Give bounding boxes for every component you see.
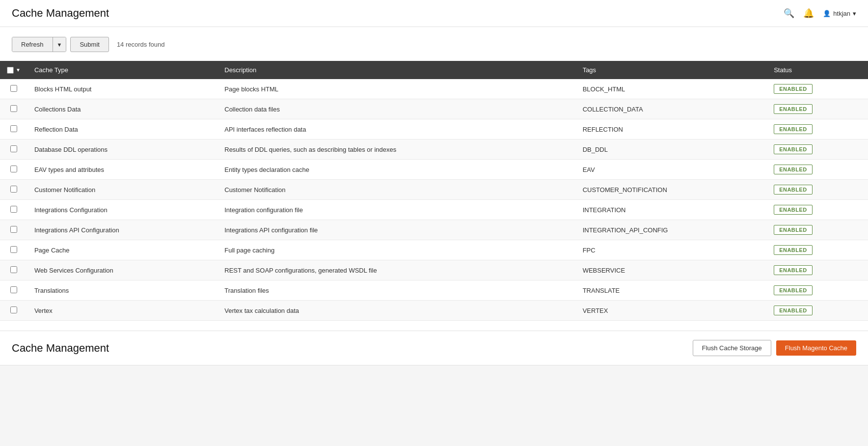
status-badge: ENABLED — [774, 205, 813, 215]
status-badge: ENABLED — [774, 225, 813, 235]
header-chevron-icon[interactable]: ▼ — [16, 67, 21, 73]
row-status: ENABLED — [767, 260, 868, 280]
refresh-dropdown-button[interactable]: ▼ — [53, 37, 66, 52]
table-row: Customer NotificationCustomer Notificati… — [0, 180, 868, 200]
section-header: Cache Management Flush Cache Storage Flu… — [0, 331, 868, 365]
row-checkbox-cell — [0, 119, 27, 139]
row-description: Full page caching — [217, 240, 575, 260]
row-checkbox[interactable] — [10, 286, 17, 293]
row-tags: BLOCK_HTML — [576, 79, 767, 99]
row-cache-type: EAV types and attributes — [27, 160, 217, 180]
status-badge: ENABLED — [774, 165, 813, 174]
table-row: Page CacheFull page cachingFPCENABLED — [0, 240, 868, 260]
submit-button[interactable]: Submit — [70, 37, 108, 52]
row-description: Vertex tax calculation data — [217, 301, 575, 321]
header-description: Description — [217, 61, 575, 79]
table-row: Integrations API ConfigurationIntegratio… — [0, 220, 868, 240]
row-status: ENABLED — [767, 139, 868, 160]
row-cache-type: Reflection Data — [27, 119, 217, 139]
select-all-checkbox[interactable] — [7, 67, 14, 74]
row-status: ENABLED — [767, 301, 868, 321]
row-checkbox[interactable] — [10, 266, 17, 273]
row-description: API interfaces reflection data — [217, 119, 575, 139]
table-row: VertexVertex tax calculation dataVERTEXE… — [0, 301, 868, 321]
flush-cache-storage-button[interactable]: Flush Cache Storage — [693, 340, 771, 356]
table-row: EAV types and attributesEntity types dec… — [0, 160, 868, 180]
status-badge: ENABLED — [774, 245, 813, 255]
table-container: ▼ Cache Type Description Tags Status Blo… — [0, 61, 868, 331]
table-row: Blocks HTML outputPage blocks HTMLBLOCK_… — [0, 79, 868, 99]
section-actions: Flush Cache Storage Flush Magento Cache — [693, 340, 856, 356]
row-tags: VERTEX — [576, 301, 767, 321]
row-status: ENABLED — [767, 180, 868, 200]
row-checkbox[interactable] — [10, 125, 17, 132]
row-tags: INTEGRATION — [576, 200, 767, 220]
table-row: Reflection DataAPI interfaces reflection… — [0, 119, 868, 139]
search-icon[interactable]: 🔍 — [784, 8, 794, 19]
user-icon: 👤 — [823, 10, 831, 17]
row-description: REST and SOAP configurations, generated … — [217, 260, 575, 280]
row-tags: TRANSLATE — [576, 280, 767, 301]
header-cache-type: Cache Type — [27, 61, 217, 79]
row-checkbox[interactable] — [10, 166, 17, 172]
row-status: ENABLED — [767, 240, 868, 260]
row-tags: DB_DDL — [576, 139, 767, 160]
row-checkbox-cell — [0, 160, 27, 180]
table-row: Web Services ConfigurationREST and SOAP … — [0, 260, 868, 280]
chevron-down-icon: ▾ — [853, 10, 856, 17]
row-checkbox[interactable] — [10, 105, 17, 112]
row-cache-type: Blocks HTML output — [27, 79, 217, 99]
user-menu[interactable]: 👤 htkjan ▾ — [823, 10, 856, 17]
row-checkbox[interactable] — [10, 246, 17, 253]
refresh-button[interactable]: Refresh — [12, 37, 53, 52]
row-checkbox-cell — [0, 200, 27, 220]
row-checkbox[interactable] — [10, 206, 17, 213]
status-badge: ENABLED — [774, 144, 813, 154]
username-label: htkjan — [833, 10, 850, 17]
row-status: ENABLED — [767, 280, 868, 301]
row-checkbox[interactable] — [10, 186, 17, 193]
row-tags: REFLECTION — [576, 119, 767, 139]
status-badge: ENABLED — [774, 265, 813, 275]
status-badge: ENABLED — [774, 104, 813, 114]
header-checkbox-col: ▼ — [0, 61, 27, 79]
table-row: Integrations ConfigurationIntegration co… — [0, 200, 868, 220]
cache-table: ▼ Cache Type Description Tags Status Blo… — [0, 61, 868, 321]
row-description: Customer Notification — [217, 180, 575, 200]
row-checkbox[interactable] — [10, 226, 17, 233]
toolbar-area: Refresh ▼ Submit 14 records found — [0, 27, 868, 61]
table-row: TranslationsTranslation filesTRANSLATEEN… — [0, 280, 868, 301]
row-description: Collection data files — [217, 99, 575, 119]
row-checkbox-cell — [0, 139, 27, 160]
row-tags: WEBSERVICE — [576, 260, 767, 280]
row-tags: CUSTOMER_NOTIFICATION — [576, 180, 767, 200]
refresh-button-group: Refresh ▼ — [12, 37, 66, 52]
row-checkbox-cell — [0, 260, 27, 280]
header-actions: 🔍 🔔 👤 htkjan ▾ — [784, 8, 856, 19]
bell-icon[interactable]: 🔔 — [803, 8, 814, 19]
row-checkbox-cell — [0, 240, 27, 260]
row-checkbox[interactable] — [10, 307, 17, 313]
row-description: Integration configuration file — [217, 200, 575, 220]
row-cache-type: Collections Data — [27, 99, 217, 119]
row-checkbox[interactable] — [10, 145, 17, 152]
status-badge: ENABLED — [774, 185, 813, 195]
row-tags: COLLECTION_DATA — [576, 99, 767, 119]
status-badge: ENABLED — [774, 285, 813, 295]
page-title: Cache Management — [12, 7, 109, 20]
row-checkbox-cell — [0, 301, 27, 321]
status-badge: ENABLED — [774, 306, 813, 315]
row-status: ENABLED — [767, 119, 868, 139]
header-tags: Tags — [576, 61, 767, 79]
row-checkbox-cell — [0, 79, 27, 99]
row-checkbox[interactable] — [10, 85, 17, 92]
row-cache-type: Integrations API Configuration — [27, 220, 217, 240]
status-badge: ENABLED — [774, 124, 813, 134]
toolbar-row: Refresh ▼ Submit 14 records found — [12, 37, 856, 52]
row-cache-type: Integrations Configuration — [27, 200, 217, 220]
row-description: Results of DDL queries, such as describi… — [217, 139, 575, 160]
row-status: ENABLED — [767, 220, 868, 240]
flush-magento-cache-button[interactable]: Flush Magento Cache — [776, 340, 856, 356]
row-cache-type: Page Cache — [27, 240, 217, 260]
row-status: ENABLED — [767, 160, 868, 180]
